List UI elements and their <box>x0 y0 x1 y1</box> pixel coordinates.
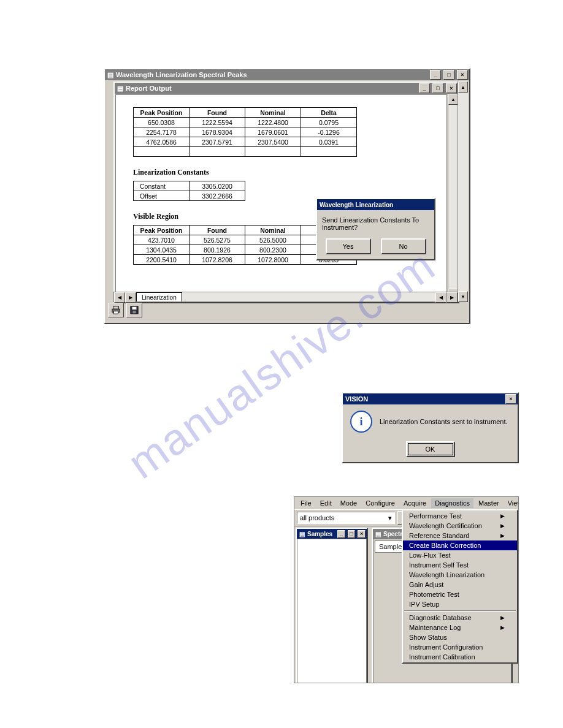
menu-item-performance-test[interactable]: Performance Test▶ <box>403 511 517 521</box>
svg-rect-5 <box>132 311 136 314</box>
vr-col-found: Found <box>190 226 245 235</box>
menu-item-instrument-self-test[interactable]: Instrument Self Test <box>403 560 517 570</box>
table-cell: 800.1926 <box>190 245 245 255</box>
menu-item-label: Photometric Test <box>409 591 459 598</box>
chevron-right-icon: ▶ <box>500 624 505 631</box>
hscroll-right-icon[interactable]: ▶ <box>446 292 458 303</box>
send-constants-titlebar[interactable]: Wavelength Linearization <box>317 199 434 210</box>
col-peak-position: Peak Position <box>134 108 190 118</box>
vision-titlebar[interactable]: VISION × <box>343 393 518 404</box>
table-cell: -0.1296 <box>301 127 357 137</box>
report-minimize-button[interactable]: _ <box>419 83 430 93</box>
samples-max-button[interactable]: □ <box>348 530 356 538</box>
close-button[interactable]: × <box>457 70 468 80</box>
maximize-button[interactable]: □ <box>443 70 454 80</box>
horizontal-scroll-track[interactable] <box>182 292 435 301</box>
vr-col-nominal: Nominal <box>245 226 301 235</box>
col-found: Found <box>190 108 245 118</box>
table-cell: 2307.5791 <box>190 137 245 147</box>
table-cell: 1072.8000 <box>245 255 301 265</box>
chevron-right-icon: ▶ <box>500 533 505 539</box>
no-button[interactable]: No <box>381 238 426 254</box>
menu-edit[interactable]: Edit <box>316 498 335 508</box>
svg-rect-0 <box>113 306 119 309</box>
outer-scroll-up-icon[interactable]: ▲ <box>458 82 468 93</box>
report-output-window: ▤ Report Output _ □ × Peak Position Foun… <box>113 82 459 303</box>
outer-vertical-scrollbar[interactable]: ▲ ▼ <box>458 82 468 302</box>
linearization-constants-table: Constant3305.0200Offset3302.2666 <box>133 181 245 201</box>
menu-configure[interactable]: Configure <box>362 498 399 508</box>
samples-min-button[interactable]: _ <box>337 530 345 538</box>
menu-item-label: Low-Flux Test <box>409 552 451 559</box>
ok-button[interactable]: OK <box>406 441 455 457</box>
send-constants-dialog: Wavelength Linearization Send Linearizat… <box>316 198 435 260</box>
samples-close-button[interactable]: × <box>358 530 366 538</box>
menu-master[interactable]: Master <box>475 498 503 508</box>
table-row: 650.03081222.55941222.48000.0795 <box>134 118 357 127</box>
vision-info-dialog: VISION × i Linearization Constants sent … <box>342 392 519 463</box>
report-close-button[interactable]: × <box>446 83 457 93</box>
menu-item-label: Instrument Self Test <box>409 561 469 569</box>
menu-item-diagnostic-database[interactable]: Diagnostic Database▶ <box>403 613 517 623</box>
menu-item-instrument-calibration[interactable]: Instrument Calibration <box>403 652 517 662</box>
menu-item-gain-adjust[interactable]: Gain Adjust <box>403 580 517 590</box>
menu-item-label: Reference Standard <box>409 532 469 539</box>
vision-close-button[interactable]: × <box>505 394 516 404</box>
chevron-right-icon: ▶ <box>500 615 505 621</box>
menu-item-low-flux-test[interactable]: Low-Flux Test <box>403 550 517 560</box>
minimize-button[interactable]: _ <box>430 70 441 80</box>
menu-item-maintenance-log[interactable]: Maintenance Log▶ <box>403 623 517 632</box>
menu-acquire[interactable]: Acquire <box>400 498 430 508</box>
linearization-tab[interactable]: Linearization <box>136 292 182 301</box>
menu-item-label: Instrument Calibration <box>409 653 475 661</box>
table-cell <box>134 147 190 157</box>
save-button[interactable] <box>126 303 142 317</box>
report-vertical-scrollbar[interactable]: ▲ ▼ <box>448 94 458 300</box>
samples-titlebar[interactable]: ▤ Samples _ □ × <box>297 529 367 539</box>
table-cell: 1678.9304 <box>190 127 245 137</box>
linearization-constants-heading: Linearization Constants <box>133 168 429 177</box>
send-constants-message: Send Linearization Constants To Instrume… <box>322 216 429 231</box>
table-cell: 650.0308 <box>134 118 190 127</box>
menu-item-ipv-setup[interactable]: IPV Setup <box>403 599 517 609</box>
menu-item-instrument-configuration[interactable]: Instrument Configuration <box>403 642 517 652</box>
report-document: Peak Position Found Nominal Delta 650.03… <box>115 94 447 299</box>
menu-item-label: Create Blank Correction <box>409 542 481 549</box>
send-constants-title: Wavelength Linearization <box>320 202 393 208</box>
report-titlebar[interactable]: ▤ Report Output _ □ × <box>115 83 458 94</box>
app-icon: ▤ <box>107 71 113 79</box>
chevron-down-icon: ▾ <box>388 514 392 522</box>
table-cell: 800.2300 <box>245 245 301 255</box>
outer-scroll-down-icon[interactable]: ▼ <box>458 291 468 302</box>
menu-item-create-blank-correction[interactable]: Create Blank Correction <box>403 540 517 550</box>
menu-item-photometric-test[interactable]: Photometric Test <box>403 590 517 599</box>
report-icon: ▤ <box>117 85 123 93</box>
table-row <box>134 147 357 157</box>
menu-item-label: Wavelength Linearization <box>409 571 484 578</box>
samples-icon: ▤ <box>299 531 305 537</box>
menu-item-wavelength-linearization[interactable]: Wavelength Linearization <box>403 570 517 580</box>
menu-view[interactable]: View <box>504 498 519 508</box>
report-title: Report Output <box>126 85 172 92</box>
product-combo[interactable]: all products ▾ <box>297 512 395 524</box>
outer-titlebar[interactable]: ▤ Wavelength Linearization Spectral Peak… <box>105 69 469 80</box>
yes-button[interactable]: Yes <box>326 238 371 254</box>
menu-mode[interactable]: Mode <box>337 498 361 508</box>
report-maximize-button[interactable]: □ <box>432 83 443 93</box>
menu-item-wavelength-certification[interactable]: Wavelength Certification▶ <box>403 521 517 531</box>
diagnostics-dropdown: Performance Test▶Wavelength Certificatio… <box>402 509 518 664</box>
menu-item-label: IPV Setup <box>409 601 440 608</box>
print-button[interactable] <box>108 303 124 317</box>
scroll-up-icon[interactable]: ▲ <box>448 94 458 105</box>
hscroll-left-icon[interactable]: ◀ <box>435 292 446 303</box>
product-combo-value: all products <box>300 514 334 521</box>
table-row: 4762.05862307.57912307.54000.0391 <box>134 137 357 147</box>
table-row: Offset3302.2666 <box>134 191 245 201</box>
menu-item-reference-standard[interactable]: Reference Standard▶ <box>403 531 517 540</box>
menu-diagnostics[interactable]: Diagnostics <box>431 498 473 508</box>
table-cell: 1222.5594 <box>190 118 245 127</box>
menu-item-show-status[interactable]: Show Status <box>403 632 517 642</box>
table-cell: 2307.5400 <box>245 137 301 147</box>
menu-file[interactable]: File <box>297 498 315 508</box>
menubar: FileEditModeConfigureAcquireDiagnosticsM… <box>294 497 518 509</box>
